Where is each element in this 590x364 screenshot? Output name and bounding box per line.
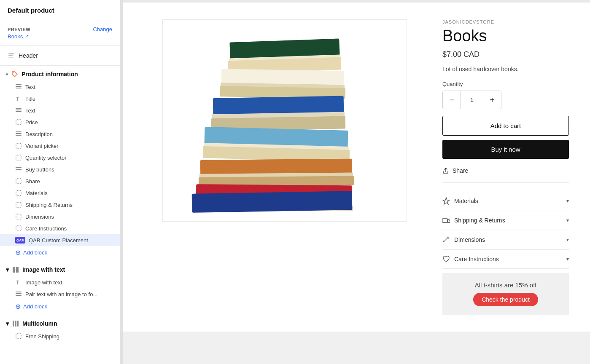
sidebar-item-price[interactable]: Price [0,116,120,128]
iwt-item-icon-1: T [15,279,22,286]
item-label-shipping: Shipping & Returns [25,202,73,208]
buy-it-now-button[interactable]: Buy it now [442,140,569,159]
svg-rect-10 [16,111,22,112]
quantity-increase-button[interactable]: + [483,91,501,109]
sidebar-item-free-shipping[interactable]: Free Shipping [0,330,120,342]
sidebar-item-dimensions[interactable]: Dimensions [0,211,120,222]
product-info-group[interactable]: ▾ Product information [0,67,120,81]
preview-label: PREVIEW [8,27,30,32]
bracket-icon-qty [15,154,22,161]
product-price: $7.00 CAD [442,50,569,59]
svg-rect-8 [16,108,22,109]
share-label: Share [453,167,468,174]
sidebar-item-iwt-1[interactable]: T Image with text [0,276,120,288]
product-title: Books [442,27,569,45]
svg-rect-18 [16,169,22,170]
svg-rect-9 [16,110,22,110]
sidebar-item-shipping[interactable]: Shipping & Returns [0,199,120,211]
qab-icon: QAB [15,237,25,244]
bracket-icon-price [15,119,22,126]
image-with-text-group[interactable]: ▾ Image with text [0,263,120,276]
sidebar-item-title[interactable]: T Title [0,93,120,104]
multicolumn-label: Multicolumn [22,320,57,327]
preview-link[interactable]: Books ↗ [8,33,112,40]
svg-rect-5 [16,86,22,87]
add-to-cart-button[interactable]: Add to cart [442,116,569,136]
preview-section: PREVIEW Change Books ↗ [0,22,120,44]
sidebar-item-care[interactable]: Care Instructions [0,222,120,234]
qab-banner-text: All t-shirts are 15% off [475,281,536,289]
item-label-care: Care Instructions [25,225,67,232]
accordion-materials: Materials ▾ [442,191,569,211]
accordion-dimensions-header[interactable]: Dimensions ▾ [442,230,569,249]
quantity-value: 1 [461,91,483,109]
svg-rect-32 [17,321,19,327]
qab-check-product-button[interactable]: Check the product [473,293,538,306]
add-block-button-1[interactable]: ⊕ Add block [0,246,120,259]
multicolumn-group[interactable]: ▾ Multicolumn [0,317,120,330]
item-label-description: Description [25,131,53,137]
svg-rect-28 [16,293,22,294]
iwt-item-label-1: Image with text [25,279,62,286]
sidebar-item-iwt-2[interactable]: Pair text with an image to fo... [0,288,120,300]
header-section-icon [8,52,15,59]
add-block-label-2: Add block [23,303,47,310]
svg-rect-25 [16,267,19,273]
accordion-care-header[interactable]: Care Instructions ▾ [442,250,569,268]
share-row[interactable]: Share [442,167,569,183]
svg-rect-17 [16,167,22,168]
svg-rect-1 [8,55,13,56]
store-name: JASONICDEVSTORE [442,19,569,24]
item-label-text-2: Text [25,107,35,114]
sidebar-item-description[interactable]: Description [0,128,120,140]
add-block-button-2[interactable]: ⊕ Add block [0,300,120,313]
accordion-shipping-header[interactable]: Shipping & Returns ▾ [442,211,569,230]
svg-rect-15 [16,143,21,148]
sidebar-header-section[interactable]: Header [0,48,120,64]
sidebar-item-qab[interactable]: QAB QAB Custom Placement [0,234,120,246]
accordion-care-label: Care Instructions [454,256,499,262]
sidebar-item-text-2[interactable]: Text [0,104,120,116]
sidebar: Default product PREVIEW Change Books ↗ H… [0,0,120,364]
care-accordion-icon [442,256,450,262]
product-description: Lot of used hardcover books. [442,66,569,72]
sidebar-item-buy-buttons[interactable]: Buy buttons [0,163,120,175]
lines-icon-1 [15,83,22,90]
svg-rect-16 [16,155,21,160]
quantity-decrease-button[interactable]: − [443,91,461,109]
svg-rect-14 [16,135,22,136]
iwt-label: Image with text [22,266,65,273]
svg-rect-24 [13,267,15,273]
sidebar-item-variant[interactable]: Variant picker [0,140,120,152]
sidebar-item-share[interactable]: Share [0,175,120,187]
svg-rect-0 [8,54,14,54]
svg-rect-2 [8,57,13,58]
item-label-share: Share [25,178,40,185]
svg-rect-52 [442,219,447,222]
accordion-materials-chevron: ▾ [566,198,569,204]
svg-rect-31 [15,321,16,327]
svg-rect-21 [16,202,21,207]
change-button[interactable]: Change [93,26,112,32]
add-block-label-1: Add block [23,249,47,256]
item-label-buy: Buy buttons [25,166,54,173]
bracket-icon-materials [15,190,22,196]
free-shipping-label: Free Shipping [25,333,59,340]
svg-rect-23 [16,226,21,231]
bracket-icon-dims [15,213,22,220]
iwt-item-label-2: Pair text with an image to fo... [25,291,97,297]
item-label-title: Title [25,96,35,102]
accordion-shipping-chevron: ▾ [566,217,569,223]
svg-rect-40 [213,96,344,115]
lines-icon-2 [15,107,22,114]
sidebar-item-materials[interactable]: Materials [0,187,120,199]
iwt-item-icon-2 [15,291,22,297]
quantity-control: − 1 + [442,91,501,109]
svg-rect-12 [16,131,22,132]
svg-rect-27 [16,292,22,292]
sidebar-item-text-1[interactable]: Text [0,81,120,93]
accordion-materials-label: Materials [454,198,478,204]
accordion-materials-header[interactable]: Materials ▾ [442,191,569,211]
qab-banner: All t-shirts are 15% off Check the produ… [442,273,569,315]
sidebar-item-quantity[interactable]: Quantity selector [0,152,120,163]
